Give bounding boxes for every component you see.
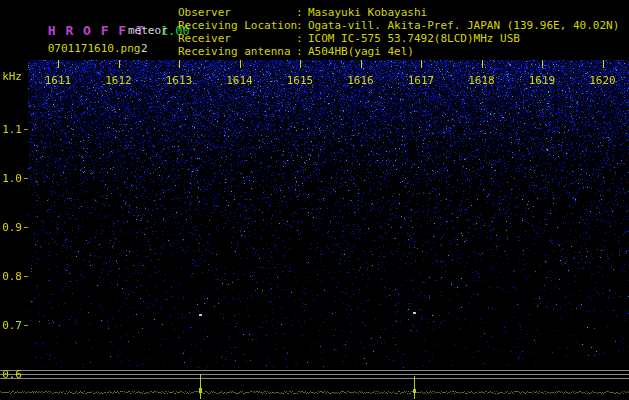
info-value: A504HB(yagi 4el): [308, 45, 414, 58]
echo-count: 2: [141, 40, 148, 58]
freq-tick: [24, 227, 28, 228]
time-label: 1614: [226, 74, 253, 87]
info-colon: :: [296, 19, 308, 32]
hrofft-screen: H R O F F T1.00 0701171610.png meteor 07…: [0, 0, 629, 400]
time-tick: [119, 60, 120, 68]
info-colon: :: [296, 6, 308, 19]
time-label: 1612: [105, 74, 132, 87]
freq-tick: [24, 178, 28, 179]
time-label: 1617: [408, 74, 435, 87]
title-row: H R O F F T1.00: [8, 4, 176, 22]
info-label: Receiver: [178, 32, 296, 45]
time-tick: [300, 60, 301, 68]
freq-label: 1.1: [0, 123, 22, 136]
info-label: Receiving antenna: [178, 45, 296, 58]
time-tick: [603, 60, 604, 68]
freq-tick: [24, 276, 28, 277]
signal-strip-canvas: [0, 368, 629, 400]
mode-label: meteor: [128, 22, 168, 40]
time-label: 1616: [347, 74, 374, 87]
freq-label: 0.7: [0, 319, 22, 332]
info-row-observer: Observer:Masayuki Kobayashi: [178, 6, 619, 19]
time-label: 1613: [166, 74, 193, 87]
time-row: 07.01.17 16:10 2: [8, 40, 176, 58]
time-tick: [179, 60, 180, 68]
info-label: Receiving Location: [178, 19, 296, 32]
info-value: Masayuki Kobayashi: [308, 6, 427, 19]
info-label: Observer: [178, 6, 296, 19]
spectrogram-canvas: [28, 60, 629, 368]
freq-tick: [24, 325, 28, 326]
freq-label: 1.0: [0, 172, 22, 185]
info-value: ICOM IC-575 53.7492(8LCD)MHz USB: [308, 32, 520, 45]
time-tick: [421, 60, 422, 68]
file-row: 0701171610.png meteor: [8, 22, 176, 40]
freq-tick: [24, 129, 28, 130]
station-info: Observer:Masayuki Kobayashi Receiving Lo…: [178, 6, 619, 58]
time-label: 1615: [287, 74, 314, 87]
time-tick: [361, 60, 362, 68]
time-tick: [58, 60, 59, 68]
freq-label: 0.8: [0, 270, 22, 283]
time-label: 1620: [589, 74, 616, 87]
info-row-receiver: Receiver:ICOM IC-575 53.7492(8LCD)MHz US…: [178, 32, 619, 45]
time-label: 1619: [529, 74, 556, 87]
header-left: H R O F F T1.00 0701171610.png meteor 07…: [8, 4, 176, 58]
time-label: 1611: [45, 74, 72, 87]
time-tick: [542, 60, 543, 68]
time-label: 1618: [468, 74, 495, 87]
info-colon: :: [296, 32, 308, 45]
freq-label: 0.9: [0, 221, 22, 234]
info-row-antenna: Receiving antenna:A504HB(yagi 4el): [178, 45, 619, 58]
freq-unit-label: kHz: [0, 70, 22, 83]
freq-label: 0.6: [0, 368, 22, 381]
time-tick: [482, 60, 483, 68]
time-tick: [240, 60, 241, 68]
info-colon: :: [296, 45, 308, 58]
info-row-location: Receiving Location:Ogata-vill. Akita-Pre…: [178, 19, 619, 32]
info-value: Ogata-vill. Akita-Pref. JAPAN (139.96E, …: [308, 19, 619, 32]
